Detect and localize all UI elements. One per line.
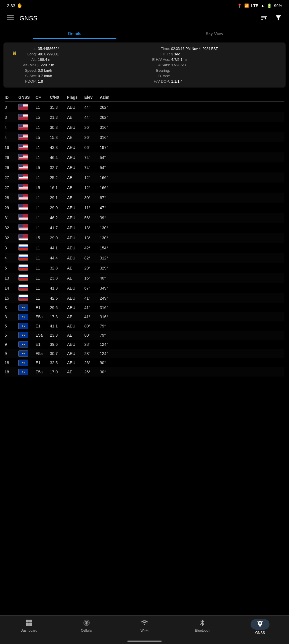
sat-id: 4 bbox=[5, 125, 18, 130]
dashboard-label: Dashboard bbox=[20, 629, 37, 633]
sat-id: 3 bbox=[5, 305, 18, 310]
sat-elev: 41° bbox=[84, 296, 100, 300]
sat-id: 15 bbox=[5, 296, 18, 300]
sat-azim: 40° bbox=[100, 276, 117, 280]
bacc-label: B. Acc: bbox=[150, 74, 170, 78]
table-row: 32 L1 41.7 AEU 13° 130° bbox=[5, 223, 284, 233]
sat-gnss bbox=[18, 274, 36, 282]
sat-cn0: 43.3 bbox=[50, 145, 67, 150]
sat-id: 18 bbox=[5, 370, 18, 374]
sat-id: 3 bbox=[5, 246, 18, 250]
table-row: 5 ★★ E1 41.1 AEU 80° 79° bbox=[5, 321, 284, 331]
nav-item-bluetooth[interactable]: Bluetooth bbox=[173, 618, 231, 636]
time-label: Time: bbox=[150, 46, 170, 51]
sat-cn0: 29.1 bbox=[50, 195, 67, 200]
sat-flags: AE bbox=[67, 175, 84, 180]
sat-flags: AEU bbox=[67, 342, 84, 347]
sat-id: 26 bbox=[5, 165, 18, 170]
sat-cf: E5a bbox=[36, 315, 50, 319]
home-indicator bbox=[127, 641, 162, 642]
sat-flags: AE bbox=[67, 185, 84, 190]
sat-cn0: 32.7 bbox=[50, 165, 67, 170]
nav-item-gnss[interactable]: GNSS bbox=[231, 618, 289, 636]
nav-item-wifi[interactable]: Wi-Fi bbox=[116, 618, 173, 636]
nav-item-dashboard[interactable]: Dashboard bbox=[0, 618, 58, 636]
table-row: 32 L5 29.0 AEU 13° 130° bbox=[5, 233, 284, 243]
sat-elev: 41° bbox=[84, 305, 100, 310]
nav-item-cellular[interactable]: Cellular bbox=[58, 618, 116, 636]
sat-flags: AEU bbox=[67, 246, 84, 250]
sacc-value: 0.7 km/h bbox=[38, 74, 52, 78]
ttff-row: TTFF: 3 sec bbox=[150, 52, 281, 56]
tab-details[interactable]: Details bbox=[5, 28, 144, 39]
table-row: 5 ★★ E5a 23.3 AE 80° 79° bbox=[5, 331, 284, 340]
sat-cf: L1 bbox=[36, 125, 50, 130]
sat-cn0: 23.3 bbox=[50, 333, 67, 337]
status-icons: 📍 📶 LTE ▲ 🔋 99% bbox=[237, 3, 282, 8]
tab-skyview[interactable]: Sky View bbox=[144, 28, 284, 39]
sat-flags: AE bbox=[67, 370, 84, 374]
speed-label: Speed: bbox=[17, 68, 37, 73]
sat-cf: E1 bbox=[36, 342, 50, 347]
pdop-row: PDOP: 1.8 bbox=[17, 79, 148, 84]
sat-gnss bbox=[18, 214, 36, 221]
menu-button[interactable] bbox=[6, 13, 15, 23]
sat-id: 5 bbox=[5, 324, 18, 328]
sat-azim: 90° bbox=[100, 360, 117, 365]
sat-gnss: ★★ bbox=[18, 323, 36, 329]
sat-gnss: ★★ bbox=[18, 341, 36, 348]
table-row: 3 L1 44.1 AEU 42° 154° bbox=[5, 243, 284, 253]
lte-text: LTE bbox=[251, 3, 258, 8]
info-card-inner: 🔒 Lat: 35.4458669° Time: 02:33:16 PM Nov… bbox=[8, 46, 281, 84]
sat-id: 32 bbox=[5, 226, 18, 230]
sat-azim: 312° bbox=[100, 256, 117, 260]
sat-id: 3 bbox=[5, 105, 18, 110]
sat-cn0: 35.3 bbox=[50, 105, 67, 110]
filter-button[interactable] bbox=[274, 13, 283, 24]
table-row: 16 L1 43.3 AEU 66° 197° bbox=[5, 142, 284, 152]
tabs-bar: Details Sky View bbox=[0, 28, 289, 39]
table-row: 4 L1 44.4 AEU 82° 312° bbox=[5, 253, 284, 263]
sat-elev: 12° bbox=[84, 185, 100, 190]
sat-azim: 124° bbox=[100, 342, 117, 347]
svg-rect-7 bbox=[29, 623, 32, 626]
table-body: 3 L1 35.3 AEU 44° 262° 3 L5 21.3 AE 44° … bbox=[5, 102, 284, 377]
sat-id: 9 bbox=[5, 342, 18, 347]
sat-gnss bbox=[18, 144, 36, 151]
app-title: GNSS bbox=[19, 15, 37, 22]
sat-id: 16 bbox=[5, 145, 18, 150]
sat-id: 9 bbox=[5, 351, 18, 356]
sat-gnss bbox=[18, 154, 36, 161]
sat-gnss bbox=[18, 284, 36, 292]
col-azim: Azim bbox=[100, 95, 117, 100]
sat-elev: 13° bbox=[84, 236, 100, 240]
sat-gnss: ★★ bbox=[18, 314, 36, 320]
sat-gnss bbox=[18, 134, 36, 141]
alt-value: 188.4 m bbox=[38, 57, 51, 62]
sat-azim: 54° bbox=[100, 165, 117, 170]
sat-gnss bbox=[18, 294, 36, 302]
sat-id: 5 bbox=[5, 333, 18, 337]
sat-cn0: 32.8 bbox=[50, 266, 67, 270]
sort-button[interactable] bbox=[259, 13, 269, 24]
sat-id: 27 bbox=[5, 185, 18, 190]
sat-elev: 82° bbox=[84, 256, 100, 260]
altmsl-value: 220.7 m bbox=[41, 63, 54, 67]
table-row: 18 ★★ E5a 17.0 AE 26° 90° bbox=[5, 367, 284, 377]
wifi-icon bbox=[141, 619, 148, 627]
table-row: 4 L1 30.3 AEU 36° 316° bbox=[5, 122, 284, 132]
sat-azim: 90° bbox=[100, 370, 117, 374]
gnss-icon-bg bbox=[251, 619, 270, 630]
sat-flags: AEU bbox=[67, 286, 84, 290]
sat-elev: 28° bbox=[84, 351, 100, 356]
time-text: 2:33 bbox=[7, 3, 15, 8]
sat-azim: 67° bbox=[100, 195, 117, 200]
sacc-row: S. Acc: 0.7 km/h bbox=[17, 74, 148, 78]
sat-gnss bbox=[18, 244, 36, 251]
sat-azim: 79° bbox=[100, 324, 117, 328]
sat-elev: 80° bbox=[84, 333, 100, 337]
sat-gnss: ★★ bbox=[18, 360, 36, 366]
sat-cf: L5 bbox=[36, 236, 50, 240]
sat-azim: 79° bbox=[100, 333, 117, 337]
sat-elev: 67° bbox=[84, 286, 100, 290]
